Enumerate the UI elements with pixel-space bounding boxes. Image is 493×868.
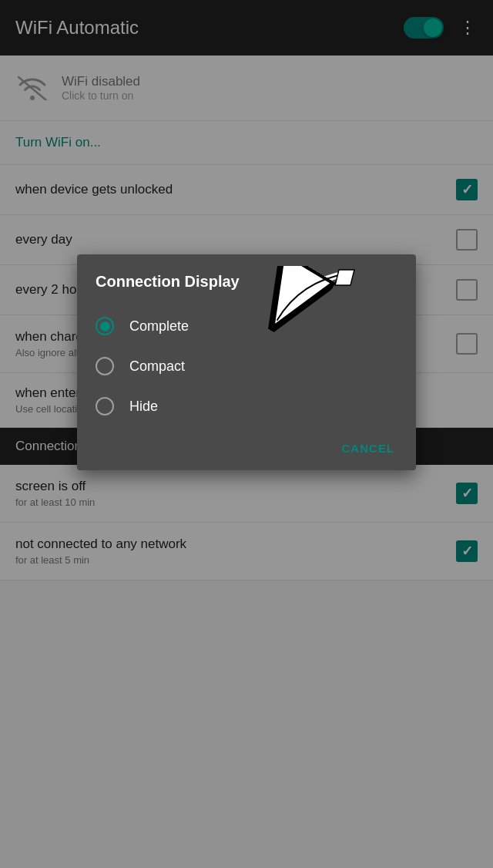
dialog-actions: CANCEL (77, 426, 416, 470)
setting-screen-off-text-group: screen is off for at least 10 min (15, 479, 95, 508)
dialog-title: Connection Display (77, 273, 416, 306)
setting-row-not-connected[interactable]: not connected to any network for at leas… (0, 523, 493, 580)
setting-row-screen-off[interactable]: screen is off for at least 10 min (0, 465, 493, 523)
checkbox-not-connected[interactable] (456, 540, 478, 562)
checkbox-every-2-hours[interactable] (456, 279, 478, 301)
dialog-option-compact[interactable]: Compact (77, 346, 416, 386)
setting-unlocked-label: when device gets unlocked (15, 182, 456, 197)
wifi-toggle[interactable] (404, 17, 444, 39)
setting-screen-off-subtext: for at least 10 min (15, 496, 95, 508)
more-options-icon[interactable]: ⋮ (459, 18, 478, 38)
setting-not-connected-label: not connected to any network (15, 537, 186, 552)
wifi-status-text-group: WiFi disabled Click to turn on (62, 74, 140, 102)
dialog-option-compact-label: Compact (129, 358, 185, 375)
setting-not-connected-text-group: not connected to any network for at leas… (15, 537, 186, 566)
app-title: WiFi Automatic (15, 17, 139, 39)
connection-display-dialog: Connection Display Complete Compact Hide… (77, 254, 416, 470)
wifi-click-label: Click to turn on (62, 89, 140, 102)
dialog-option-hide-label: Hide (129, 399, 158, 415)
setting-not-connected-subtext: for at least 5 min (15, 554, 186, 566)
dialog-option-complete[interactable]: Complete (77, 306, 416, 346)
checkbox-charging[interactable] (456, 333, 478, 355)
wifi-icon (15, 71, 49, 105)
setting-screen-off-label: screen is off (15, 479, 95, 494)
wifi-disabled-label: WiFi disabled (62, 74, 140, 89)
checkbox-screen-off[interactable] (456, 483, 478, 504)
setting-every-day-label: every day (15, 232, 456, 247)
header-actions: ⋮ (404, 17, 478, 39)
dialog-option-complete-label: Complete (129, 318, 189, 335)
dialog-option-hide[interactable]: Hide (77, 386, 416, 426)
checkbox-every-day[interactable] (456, 229, 478, 251)
wifi-status-bar: WiFi disabled Click to turn on (0, 56, 493, 121)
setting-row-unlocked[interactable]: when device gets unlocked (0, 165, 493, 215)
radio-hide[interactable] (96, 397, 114, 415)
dialog-cancel-button[interactable]: CANCEL (333, 436, 404, 461)
checkbox-unlocked[interactable] (456, 179, 478, 200)
radio-complete[interactable] (96, 317, 114, 335)
radio-compact[interactable] (96, 357, 114, 375)
turn-wifi-on-link[interactable]: Turn WiFi on... (15, 135, 101, 150)
turn-wifi-on-section[interactable]: Turn WiFi on... (0, 121, 493, 165)
app-header: WiFi Automatic ⋮ (0, 0, 493, 56)
